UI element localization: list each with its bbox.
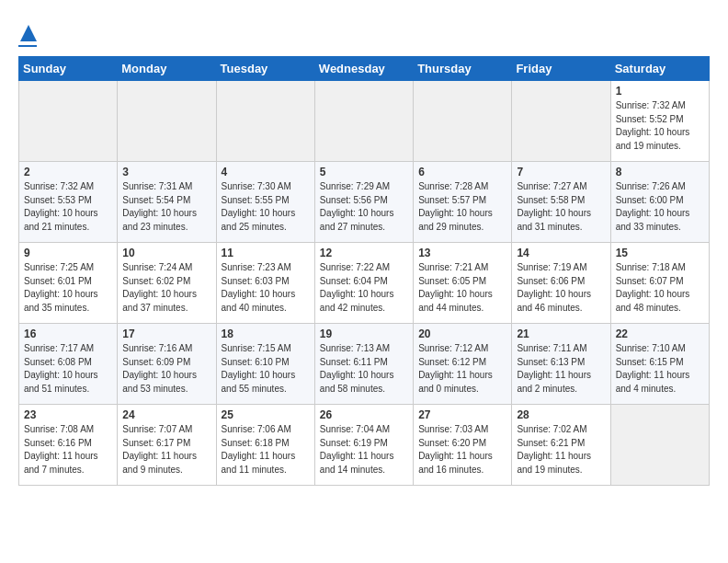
day-number: 25 <box>222 408 310 421</box>
logo-underline <box>18 45 37 47</box>
day-number: 22 <box>616 327 704 340</box>
logo <box>18 15 37 47</box>
day-info: Sunrise: 7:03 AM Sunset: 6:20 PM Dayligh… <box>418 423 506 477</box>
day-number: 7 <box>517 166 605 178</box>
calendar-cell: 13Sunrise: 7:21 AM Sunset: 6:05 PM Dayli… <box>414 243 512 324</box>
day-number: 5 <box>320 166 408 178</box>
day-info: Sunrise: 7:10 AM Sunset: 6:15 PM Dayligh… <box>616 342 704 396</box>
day-number: 15 <box>616 247 704 259</box>
day-number: 23 <box>24 408 112 421</box>
calendar-table: SundayMondayTuesdayWednesdayThursdayFrid… <box>18 56 710 486</box>
calendar-cell <box>118 81 216 162</box>
calendar-cell: 23Sunrise: 7:08 AM Sunset: 6:16 PM Dayli… <box>19 405 118 486</box>
day-number: 17 <box>122 327 210 340</box>
day-info: Sunrise: 7:17 AM Sunset: 6:08 PM Dayligh… <box>24 342 112 396</box>
calendar-cell: 24Sunrise: 7:07 AM Sunset: 6:17 PM Dayli… <box>118 405 216 486</box>
day-info: Sunrise: 7:32 AM Sunset: 5:53 PM Dayligh… <box>24 180 112 234</box>
svg-marker-0 <box>20 25 37 41</box>
calendar-cell <box>414 81 512 162</box>
calendar-week-row: 9Sunrise: 7:25 AM Sunset: 6:01 PM Daylig… <box>19 243 710 324</box>
day-info: Sunrise: 7:30 AM Sunset: 5:55 PM Dayligh… <box>222 180 310 234</box>
calendar-cell: 18Sunrise: 7:15 AM Sunset: 6:10 PM Dayli… <box>216 324 314 405</box>
day-number: 26 <box>320 408 408 421</box>
day-info: Sunrise: 7:25 AM Sunset: 6:01 PM Dayligh… <box>24 261 112 315</box>
header-day-tuesday: Tuesday <box>216 57 314 81</box>
calendar-cell: 4Sunrise: 7:30 AM Sunset: 5:55 PM Daylig… <box>216 162 314 243</box>
header-day-friday: Friday <box>512 57 610 81</box>
calendar-week-row: 1Sunrise: 7:32 AM Sunset: 5:52 PM Daylig… <box>19 81 710 162</box>
calendar-cell <box>19 81 118 162</box>
day-number: 1 <box>616 85 704 98</box>
day-number: 27 <box>418 408 506 421</box>
day-number: 14 <box>517 247 605 259</box>
header-day-sunday: Sunday <box>19 57 118 81</box>
calendar-cell: 3Sunrise: 7:31 AM Sunset: 5:54 PM Daylig… <box>118 162 216 243</box>
day-info: Sunrise: 7:04 AM Sunset: 6:19 PM Dayligh… <box>320 423 408 477</box>
day-info: Sunrise: 7:22 AM Sunset: 6:04 PM Dayligh… <box>320 261 408 315</box>
day-info: Sunrise: 7:08 AM Sunset: 6:16 PM Dayligh… <box>24 423 112 477</box>
calendar-cell: 28Sunrise: 7:02 AM Sunset: 6:21 PM Dayli… <box>512 405 610 486</box>
calendar-week-row: 16Sunrise: 7:17 AM Sunset: 6:08 PM Dayli… <box>19 324 710 405</box>
day-info: Sunrise: 7:16 AM Sunset: 6:09 PM Dayligh… <box>122 342 210 396</box>
header-day-monday: Monday <box>118 57 216 81</box>
calendar-cell: 1Sunrise: 7:32 AM Sunset: 5:52 PM Daylig… <box>610 81 709 162</box>
calendar-cell: 10Sunrise: 7:24 AM Sunset: 6:02 PM Dayli… <box>118 243 216 324</box>
day-number: 21 <box>517 327 605 340</box>
calendar-cell <box>216 81 314 162</box>
calendar-cell: 19Sunrise: 7:13 AM Sunset: 6:11 PM Dayli… <box>314 324 413 405</box>
calendar-cell: 22Sunrise: 7:10 AM Sunset: 6:15 PM Dayli… <box>610 324 709 405</box>
day-number: 24 <box>122 408 210 421</box>
day-info: Sunrise: 7:18 AM Sunset: 6:07 PM Dayligh… <box>616 261 704 315</box>
day-info: Sunrise: 7:32 AM Sunset: 5:52 PM Dayligh… <box>616 99 704 153</box>
day-info: Sunrise: 7:12 AM Sunset: 6:12 PM Dayligh… <box>418 342 506 396</box>
calendar-cell: 8Sunrise: 7:26 AM Sunset: 6:00 PM Daylig… <box>610 162 709 243</box>
day-info: Sunrise: 7:23 AM Sunset: 6:03 PM Dayligh… <box>222 261 310 315</box>
day-info: Sunrise: 7:13 AM Sunset: 6:11 PM Dayligh… <box>320 342 408 396</box>
calendar-cell: 25Sunrise: 7:06 AM Sunset: 6:18 PM Dayli… <box>216 405 314 486</box>
day-number: 19 <box>320 327 408 340</box>
day-info: Sunrise: 7:21 AM Sunset: 6:05 PM Dayligh… <box>418 261 506 315</box>
day-number: 9 <box>24 247 112 259</box>
calendar-cell: 5Sunrise: 7:29 AM Sunset: 5:56 PM Daylig… <box>314 162 413 243</box>
day-number: 18 <box>222 327 310 340</box>
calendar-week-row: 23Sunrise: 7:08 AM Sunset: 6:16 PM Dayli… <box>19 405 710 486</box>
calendar-header-row: SundayMondayTuesdayWednesdayThursdayFrid… <box>19 57 710 81</box>
header-day-saturday: Saturday <box>610 57 709 81</box>
day-number: 8 <box>616 166 704 178</box>
calendar-cell: 9Sunrise: 7:25 AM Sunset: 6:01 PM Daylig… <box>19 243 118 324</box>
header-day-thursday: Thursday <box>414 57 512 81</box>
calendar-cell <box>314 81 413 162</box>
calendar-cell: 12Sunrise: 7:22 AM Sunset: 6:04 PM Dayli… <box>314 243 413 324</box>
calendar-cell: 6Sunrise: 7:28 AM Sunset: 5:57 PM Daylig… <box>414 162 512 243</box>
day-info: Sunrise: 7:19 AM Sunset: 6:06 PM Dayligh… <box>517 261 605 315</box>
calendar-cell: 7Sunrise: 7:27 AM Sunset: 5:58 PM Daylig… <box>512 162 610 243</box>
calendar-cell: 27Sunrise: 7:03 AM Sunset: 6:20 PM Dayli… <box>414 405 512 486</box>
calendar-cell: 26Sunrise: 7:04 AM Sunset: 6:19 PM Dayli… <box>314 405 413 486</box>
calendar-cell <box>512 81 610 162</box>
day-number: 28 <box>517 408 605 421</box>
calendar-cell: 11Sunrise: 7:23 AM Sunset: 6:03 PM Dayli… <box>216 243 314 324</box>
day-number: 6 <box>418 166 506 178</box>
day-info: Sunrise: 7:31 AM Sunset: 5:54 PM Dayligh… <box>122 180 210 234</box>
calendar-cell: 2Sunrise: 7:32 AM Sunset: 5:53 PM Daylig… <box>19 162 118 243</box>
day-info: Sunrise: 7:02 AM Sunset: 6:21 PM Dayligh… <box>517 423 605 477</box>
day-info: Sunrise: 7:26 AM Sunset: 6:00 PM Dayligh… <box>616 180 704 234</box>
day-info: Sunrise: 7:15 AM Sunset: 6:10 PM Dayligh… <box>222 342 310 396</box>
day-number: 13 <box>418 247 506 259</box>
day-number: 3 <box>122 166 210 178</box>
day-info: Sunrise: 7:29 AM Sunset: 5:56 PM Dayligh… <box>320 180 408 234</box>
day-number: 12 <box>320 247 408 259</box>
day-number: 20 <box>418 327 506 340</box>
day-number: 2 <box>24 166 112 178</box>
calendar-cell: 16Sunrise: 7:17 AM Sunset: 6:08 PM Dayli… <box>19 324 118 405</box>
calendar-cell: 21Sunrise: 7:11 AM Sunset: 6:13 PM Dayli… <box>512 324 610 405</box>
calendar-cell: 14Sunrise: 7:19 AM Sunset: 6:06 PM Dayli… <box>512 243 610 324</box>
day-number: 16 <box>24 327 112 340</box>
day-info: Sunrise: 7:11 AM Sunset: 6:13 PM Dayligh… <box>517 342 605 396</box>
day-info: Sunrise: 7:24 AM Sunset: 6:02 PM Dayligh… <box>122 261 210 315</box>
calendar-week-row: 2Sunrise: 7:32 AM Sunset: 5:53 PM Daylig… <box>19 162 710 243</box>
calendar-cell: 17Sunrise: 7:16 AM Sunset: 6:09 PM Dayli… <box>118 324 216 405</box>
page: SundayMondayTuesdayWednesdayThursdayFrid… <box>0 0 728 500</box>
header <box>18 15 710 47</box>
header-day-wednesday: Wednesday <box>314 57 413 81</box>
